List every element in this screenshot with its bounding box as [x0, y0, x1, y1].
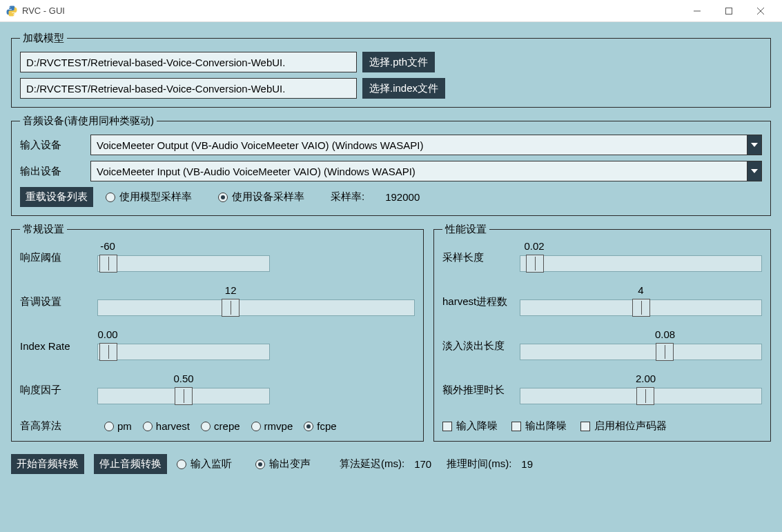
input-monitor-radio[interactable]: 输入监听	[177, 457, 232, 471]
sr-device-label: 使用设备采样率	[232, 190, 304, 204]
index-path-input[interactable]	[20, 78, 357, 99]
dropdown-arrow-icon[interactable]	[747, 161, 762, 181]
extra-infer-value: 2.00	[636, 373, 656, 384]
titlebar: RVC - GUI	[0, 0, 782, 22]
select-pth-button[interactable]: 选择.pth文件	[362, 52, 435, 72]
svg-point-0	[9, 7, 10, 8]
algo-crepe-radio[interactable]: crepe	[201, 420, 240, 432]
algo-rmvpe-radio[interactable]: rmvpe	[251, 420, 293, 432]
pitch-slider[interactable]: 12	[97, 287, 415, 316]
loudness-slider[interactable]: 0.50	[97, 375, 270, 404]
load-model-legend: 加载模型	[20, 32, 67, 45]
output-denoise-label: 输出降噪	[525, 420, 567, 431]
algo-label: 音高算法	[20, 420, 97, 433]
input-device-select[interactable]	[90, 135, 762, 155]
infer-time-value: 19	[521, 458, 533, 470]
harvest-procs-label: harvest进程数	[442, 295, 520, 308]
general-legend: 常规设置	[20, 223, 67, 236]
reload-devices-button[interactable]: 重载设备列表	[20, 187, 93, 207]
output-device-label: 输出设备	[20, 165, 81, 178]
input-device-value[interactable]	[90, 135, 747, 155]
fade-length-slider[interactable]: 0.08	[520, 331, 762, 360]
fade-length-value: 0.08	[655, 328, 675, 340]
sample-rate-label: 采样率:	[331, 190, 364, 204]
dropdown-arrow-icon[interactable]	[747, 135, 762, 155]
threshold-slider[interactable]: -60	[97, 243, 270, 272]
content-area: 加载模型 选择.pth文件 选择.index文件 音频设备(请使用同种类驱动) …	[0, 22, 782, 532]
checkbox-icon	[580, 422, 590, 431]
sample-length-slider[interactable]: 0.02	[520, 243, 762, 272]
stop-conversion-button[interactable]: 停止音频转换	[94, 454, 167, 474]
algo-latency-label: 算法延迟(ms):	[340, 457, 404, 471]
harvest-procs-slider[interactable]: 4	[520, 287, 762, 316]
threshold-value: -60	[100, 240, 115, 252]
algo-fcpe-label: fcpe	[317, 420, 336, 432]
perf-legend: 性能设置	[442, 223, 489, 236]
sample-length-value: 0.02	[524, 240, 544, 252]
threshold-label: 响应阈值	[20, 251, 97, 264]
pth-path-input[interactable]	[20, 52, 357, 72]
algo-harvest-radio[interactable]: harvest	[143, 420, 190, 432]
sr-device-radio[interactable]: 使用设备采样率	[218, 190, 304, 204]
extra-infer-slider[interactable]: 2.00	[520, 375, 762, 404]
svg-point-1	[13, 14, 14, 15]
loudness-value: 0.50	[173, 373, 193, 384]
audio-device-group: 音频设备(请使用同种类驱动) 输入设备 输出设备 重载设备列表 使用模型采样率	[11, 115, 771, 216]
index-rate-slider[interactable]: 0.00	[97, 331, 270, 360]
checkbox-icon	[442, 422, 452, 431]
svg-rect-3	[726, 8, 732, 14]
output-denoise-checkbox[interactable]: 输出降噪	[511, 420, 567, 433]
fade-length-label: 淡入淡出长度	[442, 339, 520, 353]
general-settings-group: 常规设置 响应阈值 -60 音调设置 12 Index Rate 0.00	[11, 223, 424, 442]
radio-icon	[104, 422, 114, 431]
radio-icon	[201, 422, 211, 431]
harvest-procs-value: 4	[638, 284, 643, 296]
performance-settings-group: 性能设置 采样长度 0.02 harvest进程数 4 淡入淡出长度 0.08	[433, 223, 771, 442]
algo-pm-radio[interactable]: pm	[104, 420, 132, 432]
phase-vocoder-label: 启用相位声码器	[594, 420, 667, 431]
sr-model-radio[interactable]: 使用模型采样率	[106, 190, 192, 204]
pitch-value: 12	[225, 284, 237, 296]
index-rate-value: 0.00	[97, 328, 117, 340]
minimize-button[interactable]	[681, 0, 713, 22]
load-model-group: 加载模型 选择.pth文件 选择.index文件	[11, 32, 771, 108]
sr-model-label: 使用模型采样率	[119, 190, 192, 204]
algo-pm-label: pm	[117, 420, 132, 432]
output-device-select[interactable]	[90, 161, 762, 181]
infer-time-label: 推理时间(ms):	[447, 457, 511, 471]
algo-latency-value: 170	[414, 458, 431, 470]
radio-icon	[304, 422, 313, 431]
output-vc-label: 输出变声	[269, 457, 311, 471]
input-denoise-checkbox[interactable]: 输入降噪	[442, 420, 498, 433]
select-index-button[interactable]: 选择.index文件	[362, 78, 445, 99]
radio-icon	[177, 460, 186, 469]
radio-icon	[255, 460, 265, 469]
index-rate-label: Index Rate	[20, 340, 97, 352]
audio-device-legend: 音频设备(请使用同种类驱动)	[20, 115, 157, 128]
checkbox-icon	[511, 422, 521, 431]
algo-crepe-label: crepe	[214, 420, 240, 432]
sample-rate-value: 192000	[385, 191, 420, 203]
maximize-button[interactable]	[713, 0, 745, 22]
pitch-label: 音调设置	[20, 295, 97, 308]
window-title: RVC - GUI	[22, 6, 681, 16]
radio-icon	[251, 422, 261, 431]
input-denoise-label: 输入降噪	[456, 420, 498, 431]
radio-icon	[218, 193, 228, 202]
algo-harvest-label: harvest	[156, 420, 190, 432]
close-button[interactable]	[745, 0, 776, 22]
start-conversion-button[interactable]: 开始音频转换	[11, 454, 84, 474]
radio-icon	[143, 422, 153, 431]
window-controls	[681, 0, 776, 22]
loudness-label: 响度因子	[20, 384, 97, 397]
bottom-bar: 开始音频转换 停止音频转换 输入监听 输出变声 算法延迟(ms): 170 推理…	[11, 454, 771, 474]
output-vc-radio[interactable]: 输出变声	[255, 457, 311, 471]
input-monitor-label: 输入监听	[190, 457, 232, 471]
extra-infer-label: 额外推理时长	[442, 384, 520, 397]
algo-fcpe-radio[interactable]: fcpe	[304, 420, 336, 432]
input-device-label: 输入设备	[20, 139, 81, 152]
radio-icon	[106, 193, 115, 202]
app-icon	[6, 5, 18, 17]
output-device-value[interactable]	[90, 161, 747, 181]
phase-vocoder-checkbox[interactable]: 启用相位声码器	[580, 420, 667, 433]
